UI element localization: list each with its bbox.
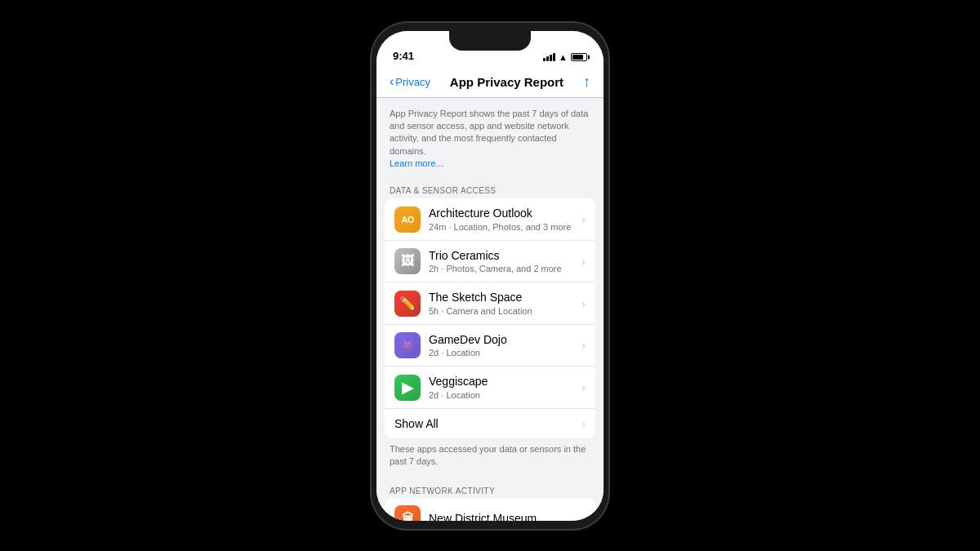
app-info: Architecture Outlook 24m · Location, Pho…: [429, 206, 578, 232]
list-item[interactable]: ▶ Veggiscape 2d · Location ›: [385, 367, 595, 408]
learn-more-link[interactable]: Learn more...: [390, 158, 443, 168]
network-list: 🏛 New District Museum › 46: [385, 499, 595, 521]
app-info: The Sketch Space 5h · Camera and Locatio…: [429, 290, 578, 316]
battery-icon: [571, 53, 587, 61]
app-info: Trio Ceramics 2h · Photos, Camera, and 2…: [429, 248, 578, 274]
app-icon-ao: AO: [394, 207, 421, 233]
scroll-content[interactable]: App Privacy Report shows the past 7 days…: [376, 98, 604, 521]
battery-fill: [572, 55, 583, 60]
chevron-right-icon: ›: [581, 339, 586, 352]
app-name: GameDev Dojo: [429, 332, 578, 347]
footer-note: These apps accessed your data or sensors…: [376, 438, 604, 477]
app-icon-sketch: ✏️: [394, 291, 421, 317]
phone-screen: 9:41 ▲ ‹ Privacy App Privacy Report: [376, 31, 604, 521]
list-item[interactable]: AO Architecture Outlook 24m · Location, …: [385, 198, 595, 240]
back-button[interactable]: ‹ Privacy: [390, 74, 430, 89]
network-section-header: APP NETWORK ACTIVITY: [376, 477, 604, 499]
app-name: The Sketch Space: [429, 290, 578, 304]
signal-icon: [543, 53, 555, 61]
list-item[interactable]: 🖼 Trio Ceramics 2h · Photos, Camera, and…: [385, 241, 595, 282]
chevron-right-icon: ›: [581, 417, 586, 430]
status-time: 9:41: [393, 50, 414, 62]
app-name: Architecture Outlook: [429, 206, 578, 220]
app-icon-trio: 🖼: [394, 248, 421, 274]
chevron-left-icon: ‹: [390, 74, 394, 89]
chevron-right-icon: ›: [581, 381, 586, 394]
network-item[interactable]: 🏛 New District Museum › 46: [385, 499, 595, 521]
status-icons: ▲: [543, 52, 587, 62]
app-info: GameDev Dojo 2d · Location: [429, 332, 578, 358]
app-detail: 2h · Photos, Camera, and 2 more: [429, 263, 578, 274]
notch: [449, 31, 531, 51]
app-icon-museum: 🏛: [394, 505, 421, 521]
app-name: Trio Ceramics: [429, 248, 578, 263]
app-name: New District Museum: [429, 511, 578, 521]
show-all-label: Show All: [394, 417, 578, 430]
show-all-item[interactable]: Show All ›: [385, 409, 595, 438]
description-section: App Privacy Report shows the past 7 days…: [376, 98, 604, 177]
description-text: App Privacy Report shows the past 7 days…: [390, 108, 590, 171]
data-sensor-list: AO Architecture Outlook 24m · Location, …: [385, 198, 595, 438]
app-icon-gamedev: 👾: [394, 332, 421, 358]
app-info: New District Museum: [429, 511, 578, 521]
share-icon[interactable]: ↑: [583, 73, 590, 91]
back-label: Privacy: [395, 76, 430, 88]
list-item[interactable]: 👾 GameDev Dojo 2d · Location ›: [385, 325, 595, 367]
network-item-top: 🏛 New District Museum ›: [394, 505, 586, 521]
chevron-right-icon: ›: [581, 213, 586, 226]
list-item[interactable]: ✏️ The Sketch Space 5h · Camera and Loca…: [385, 282, 595, 324]
wifi-icon: ▲: [559, 52, 568, 62]
app-name: Veggiscape: [429, 374, 578, 389]
app-detail: 2d · Location: [429, 389, 578, 401]
data-sensor-header: DATA & SENSOR ACCESS: [376, 176, 604, 198]
app-detail: 5h · Camera and Location: [429, 305, 578, 317]
phone-frame: 9:41 ▲ ‹ Privacy App Privacy Report: [372, 23, 608, 529]
chevron-right-icon: ›: [581, 512, 586, 521]
app-icon-label: AO: [401, 215, 414, 224]
nav-bar: ‹ Privacy App Privacy Report ↑: [376, 67, 604, 98]
app-info: Veggiscape 2d · Location: [429, 374, 578, 400]
app-icon-veggi: ▶: [394, 375, 421, 401]
chevron-right-icon: ›: [581, 297, 586, 310]
page-title: App Privacy Report: [450, 75, 564, 89]
app-detail: 24m · Location, Photos, and 3 more: [429, 221, 578, 233]
chevron-right-icon: ›: [581, 255, 586, 268]
app-detail: 2d · Location: [429, 347, 578, 358]
